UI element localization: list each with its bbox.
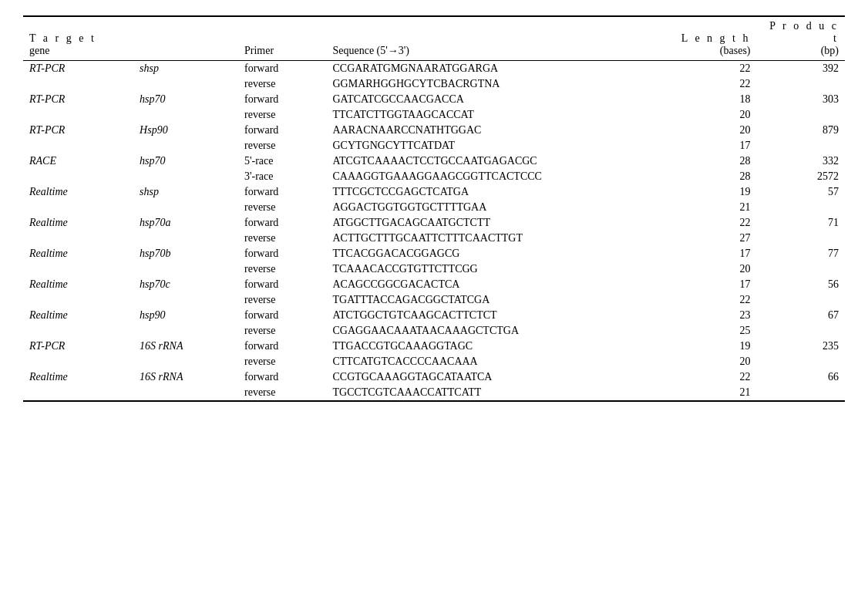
- table-row: RealtimeshspforwardTTTCGCTCCGAGCTCATGA19…: [23, 184, 845, 200]
- cell-gene: [133, 200, 238, 215]
- cell-gene: hsp70b: [133, 246, 238, 261]
- cell-primer: forward: [238, 339, 326, 354]
- cell-type: Realtime: [23, 277, 133, 292]
- cell-product: 2572: [757, 169, 846, 184]
- cell-length: 23: [668, 308, 756, 323]
- cell-primer: reverse: [238, 261, 326, 277]
- cell-gene: shsp: [133, 184, 238, 200]
- cell-primer: forward: [238, 308, 326, 323]
- cell-type: [23, 323, 133, 339]
- cell-type: [23, 107, 133, 123]
- cell-sequence: TTGACCGTGCAAAGGTAGC: [326, 339, 668, 354]
- cell-primer: reverse: [238, 138, 326, 153]
- table-row: reverseGGMARHGGHGCYTCBACRGTNA22: [23, 76, 845, 92]
- cell-sequence: CCGTGCAAAGGTAGCATAATCA: [326, 369, 668, 385]
- cell-product: [757, 292, 846, 308]
- cell-product: [757, 323, 846, 339]
- table-row: reverseGCYTGNGCYTTCATDAT17: [23, 138, 845, 153]
- cell-product: 57: [757, 184, 846, 200]
- cell-primer: reverse: [238, 231, 326, 246]
- cell-primer: forward: [238, 61, 326, 77]
- cell-primer: forward: [238, 215, 326, 231]
- cell-primer: forward: [238, 277, 326, 292]
- cell-product: [757, 231, 846, 246]
- cell-sequence: CTTCATGTCACCCCAACAAA: [326, 354, 668, 369]
- table-row: reverseTCAAACACCGTGTTCTTCGG20: [23, 261, 845, 277]
- table-row: reverseCGAGGAACAAATAACAAAGCTCTGA25: [23, 323, 845, 339]
- cell-type: RT-PCR: [23, 123, 133, 138]
- cell-length: 20: [668, 107, 756, 123]
- cell-sequence: CAAAGGTGAAAGGAAGCGGTTCACTCCC: [326, 169, 668, 184]
- table-row: reverseCTTCATGTCACCCCAACAAA20: [23, 354, 845, 369]
- cell-type: RACE: [23, 153, 133, 169]
- cell-primer: 3'-race: [238, 169, 326, 184]
- cell-gene: shsp: [133, 61, 238, 77]
- cell-sequence: ATGGCTTGACAGCAATGCTCTT: [326, 215, 668, 231]
- cell-sequence: GATCATCGCCAACGACCA: [326, 92, 668, 107]
- cell-gene: hsp90: [133, 308, 238, 323]
- cell-product: [757, 76, 846, 92]
- cell-length: 22: [668, 61, 756, 77]
- cell-gene: [133, 231, 238, 246]
- table-row: reverseTGCCTCGTCAAACCATTCATT21: [23, 385, 845, 401]
- table-row: reverseAGGACTGGTGGTGCTTTTGAA21: [23, 200, 845, 215]
- cell-sequence: AGGACTGGTGGTGCTTTTGAA: [326, 200, 668, 215]
- cell-primer: forward: [238, 123, 326, 138]
- cell-gene: [133, 261, 238, 277]
- cell-product: [757, 261, 846, 277]
- cell-length: 22: [668, 76, 756, 92]
- cell-type: [23, 261, 133, 277]
- cell-sequence: CGAGGAACAAATAACAAAGCTCTGA: [326, 323, 668, 339]
- cell-type: [23, 200, 133, 215]
- cell-length: 18: [668, 92, 756, 107]
- table-row: RT-PCRhsp70forwardGATCATCGCCAACGACCA1830…: [23, 92, 845, 107]
- cell-gene: [133, 292, 238, 308]
- cell-sequence: TTCATCTTGGTAAGCACCAT: [326, 107, 668, 123]
- cell-product: [757, 138, 846, 153]
- cell-type: Realtime: [23, 184, 133, 200]
- cell-type: [23, 169, 133, 184]
- cell-product: [757, 385, 846, 401]
- cell-length: 17: [668, 277, 756, 292]
- cell-sequence: TCAAACACCGTGTTCTTCGG: [326, 261, 668, 277]
- cell-primer: forward: [238, 369, 326, 385]
- cell-primer: reverse: [238, 200, 326, 215]
- cell-primer: reverse: [238, 323, 326, 339]
- header-product: P r o d u c t (bp): [757, 16, 846, 61]
- cell-gene: [133, 354, 238, 369]
- cell-sequence: AARACNAARCCNATHTGGAC: [326, 123, 668, 138]
- cell-length: 21: [668, 200, 756, 215]
- header-gene: [133, 16, 238, 61]
- cell-sequence: TTTCGCTCCGAGCTCATGA: [326, 184, 668, 200]
- header-sequence: Sequence (5'→3'): [326, 16, 668, 61]
- cell-primer: 5'-race: [238, 153, 326, 169]
- cell-sequence: TGATTTACCAGACGGCTATCGA: [326, 292, 668, 308]
- cell-sequence: ATCTGGCTGTCAAGCACTTCTCT: [326, 308, 668, 323]
- cell-gene: hsp70: [133, 92, 238, 107]
- table-row: reverseACTTGCTTTGCAATTCTTTCAACTTGT27: [23, 231, 845, 246]
- cell-sequence: ACAGCCGGCGACACTCA: [326, 277, 668, 292]
- cell-type: RT-PCR: [23, 339, 133, 354]
- table-row: Realtimehsp70aforwardATGGCTTGACAGCAATGCT…: [23, 215, 845, 231]
- cell-gene: hsp70c: [133, 277, 238, 292]
- header-primer: Primer: [238, 16, 326, 61]
- table-header-row: T a r g e t gene Primer Sequence (5'→3')…: [23, 16, 845, 61]
- cell-gene: 16S rRNA: [133, 369, 238, 385]
- header-type: T a r g e t gene: [23, 16, 133, 61]
- cell-sequence: GGMARHGGHGCYTCBACRGTNA: [326, 76, 668, 92]
- primers-table: T a r g e t gene Primer Sequence (5'→3')…: [23, 15, 845, 402]
- table-row: Realtimehsp70bforwardTTCACGGACACGGAGCG17…: [23, 246, 845, 261]
- table-row: RACEhsp705'-raceATCGTCAAAACTCCTGCCAATGAG…: [23, 153, 845, 169]
- cell-primer: forward: [238, 246, 326, 261]
- cell-product: 67: [757, 308, 846, 323]
- cell-type: Realtime: [23, 246, 133, 261]
- cell-type: RT-PCR: [23, 92, 133, 107]
- cell-primer: reverse: [238, 107, 326, 123]
- cell-primer: reverse: [238, 292, 326, 308]
- cell-length: 17: [668, 246, 756, 261]
- cell-length: 22: [668, 369, 756, 385]
- cell-type: [23, 76, 133, 92]
- cell-type: [23, 138, 133, 153]
- cell-primer: reverse: [238, 76, 326, 92]
- cell-product: 332: [757, 153, 846, 169]
